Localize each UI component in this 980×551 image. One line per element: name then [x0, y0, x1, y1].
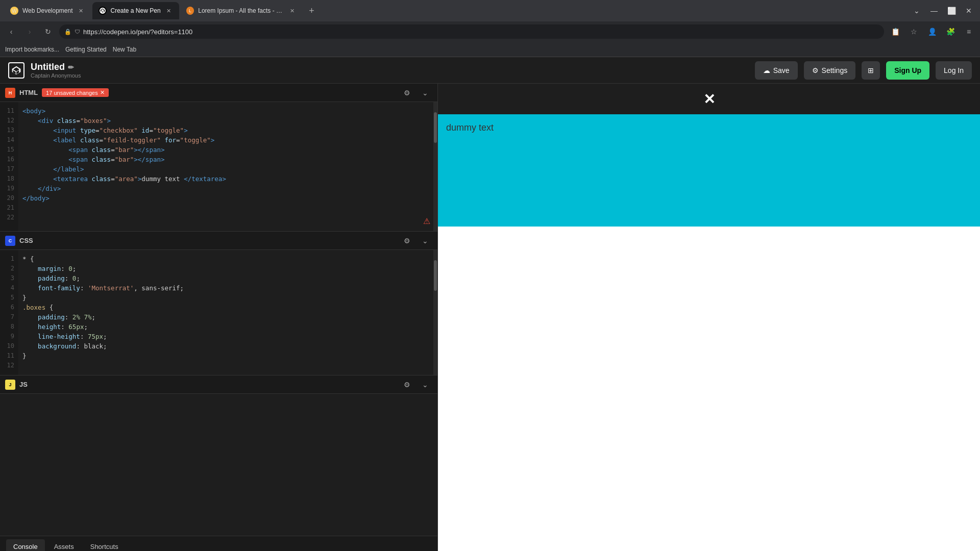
bookmark-new-tab[interactable]: New Tab [113, 46, 136, 53]
login-button[interactable]: Log In [936, 61, 972, 80]
css-editor-body[interactable]: 12345 678910 1112 * { margin: 0; padding… [0, 250, 437, 375]
cp-bottom-bar: Console Assets Shortcuts [0, 536, 437, 551]
tab-bar: W Web Development ✕ Create a New Pen ✕ L… [0, 0, 980, 21]
preview-dummy-text: dummy text [446, 122, 494, 133]
cp-logo[interactable] [8, 62, 24, 79]
cp-preview: ✕ dummy text [438, 84, 980, 551]
settings-button[interactable]: ⚙ Settings [804, 61, 856, 80]
js-editor-body[interactable] [0, 394, 437, 536]
cp-title-area: Untitled ✏ Captain Anonymous [31, 62, 81, 79]
tab1-close[interactable]: ✕ [77, 7, 85, 15]
url-text: https://codepen.io/pen/?editors=1100 [83, 28, 192, 36]
tab3-favicon: L [186, 7, 194, 15]
shield-icon: 🛡 [75, 29, 80, 35]
unsaved-changes-badge[interactable]: 17 unsaved changes ✕ [42, 88, 109, 97]
html-lang-icon: H [5, 88, 15, 98]
css-scrollbar-thumb[interactable] [434, 260, 437, 291]
preview-white-section [438, 227, 980, 551]
html-collapse-btn[interactable]: ⌄ [418, 86, 432, 100]
js-collapse-btn[interactable]: ⌄ [418, 378, 432, 392]
shortcuts-tab[interactable]: Shortcuts [83, 539, 126, 552]
tab-create-new-pen[interactable]: Create a New Pen ✕ [92, 2, 179, 19]
refresh-btn[interactable]: ↻ [41, 24, 55, 39]
js-lang-icon: J [5, 380, 15, 390]
html-scrollbar[interactable] [433, 102, 437, 231]
tab-lorem-ipsum[interactable]: L Lorem Ipsum - All the facts - Li... ✕ [180, 2, 303, 19]
js-lang-label: JS [19, 381, 28, 388]
lock-icon: 🔒 [64, 29, 71, 35]
save-icon: ☁ [763, 66, 770, 74]
profile-btn[interactable]: 👤 [925, 24, 939, 39]
tab2-favicon [99, 7, 107, 15]
nav-bar: ‹ › ↻ 🔒 🛡 https://codepen.io/pen/?editor… [0, 21, 980, 42]
cp-title-row: Untitled ✏ [31, 62, 81, 72]
new-tab-button[interactable]: + [304, 3, 320, 19]
preview-close-bar: ✕ [438, 84, 980, 114]
tab3-close[interactable]: ✕ [288, 7, 297, 15]
html-code[interactable]: <body> <div class="boxes"> <input type="… [18, 102, 433, 231]
layout-icon: ⊞ [868, 66, 874, 74]
css-editor-panel: C CSS ⚙ ⌄ 12345 678910 1112 * { margin: … [0, 232, 437, 375]
back-btn[interactable]: ‹ [4, 24, 18, 39]
badge-close-icon[interactable]: ✕ [100, 89, 105, 96]
save-button[interactable]: ☁ Save [755, 61, 798, 80]
css-collapse-btn[interactable]: ⌄ [418, 234, 432, 248]
tab2-close[interactable]: ✕ [165, 7, 173, 15]
css-editor-header: C CSS ⚙ ⌄ [0, 232, 437, 250]
tab2-label: Create a New Pen [111, 7, 161, 14]
bookmarks-bar: Import bookmarks... Getting Started New … [0, 42, 980, 57]
reading-list-btn[interactable]: 📋 [888, 24, 902, 39]
preview-content: dummy text [438, 114, 980, 551]
css-lang-icon: C [5, 236, 15, 246]
html-editor-header: H HTML 17 unsaved changes ✕ ⚙ ⌄ [0, 84, 437, 102]
cp-editors: H HTML 17 unsaved changes ✕ ⚙ ⌄ 11121314… [0, 84, 438, 551]
window-controls: ⌄ — ⬜ ✕ [910, 4, 976, 18]
preview-close-icon[interactable]: ✕ [703, 91, 715, 108]
signup-button[interactable]: Sign Up [886, 61, 929, 80]
settings-icon: ⚙ [812, 66, 819, 74]
star-btn[interactable]: ☆ [906, 24, 921, 39]
close-btn[interactable]: ✕ [962, 4, 976, 18]
js-editor-header: J JS ⚙ ⌄ [0, 375, 437, 394]
js-code[interactable] [0, 394, 437, 536]
assets-tab[interactable]: Assets [47, 539, 81, 552]
signup-label: Sign Up [894, 66, 921, 74]
maximize-btn[interactable]: ⬜ [944, 4, 959, 18]
html-editor-body[interactable]: 1112131415 1617181920 2122 <body> <div c… [0, 102, 437, 231]
extensions-btn[interactable]: 🧩 [943, 24, 958, 39]
html-error-icon: ⚠ [423, 216, 430, 226]
css-line-numbers: 12345 678910 1112 [0, 250, 18, 375]
badge-text: 17 unsaved changes [46, 90, 98, 96]
tab-overflow-btn[interactable]: ⌄ [910, 4, 924, 18]
console-tab[interactable]: Console [6, 539, 45, 552]
tab1-favicon: W [10, 7, 18, 15]
menu-btn[interactable]: ≡ [962, 24, 976, 39]
html-scrollbar-thumb[interactable] [434, 112, 437, 143]
js-settings-btn[interactable]: ⚙ [400, 378, 414, 392]
edit-title-icon[interactable]: ✏ [68, 63, 74, 71]
css-lang-label: CSS [19, 237, 33, 244]
settings-label: Settings [822, 66, 848, 74]
login-label: Log In [944, 66, 964, 74]
bookmark-import[interactable]: Import bookmarks... [5, 46, 59, 53]
cp-pen-title: Untitled [31, 62, 65, 72]
html-settings-btn[interactable]: ⚙ [400, 86, 414, 100]
browser-chrome: W Web Development ✕ Create a New Pen ✕ L… [0, 0, 980, 57]
html-lang-label: HTML [19, 89, 38, 96]
cp-main: H HTML 17 unsaved changes ✕ ⚙ ⌄ 11121314… [0, 84, 980, 551]
url-bar[interactable]: 🔒 🛡 https://codepen.io/pen/?editors=1100 [59, 24, 884, 39]
bookmark-getting-started[interactable]: Getting Started [65, 46, 107, 53]
html-line-numbers: 1112131415 1617181920 2122 [0, 102, 18, 231]
js-editor-panel: J JS ⚙ ⌄ [0, 375, 437, 536]
css-scrollbar[interactable] [433, 250, 437, 375]
tab1-label: Web Development [22, 7, 73, 14]
forward-btn[interactable]: › [22, 24, 37, 39]
tab-web-development[interactable]: W Web Development ✕ [4, 2, 91, 19]
cp-header: Untitled ✏ Captain Anonymous ☁ Save ⚙ Se… [0, 57, 980, 84]
minimize-btn[interactable]: — [927, 4, 941, 18]
css-code[interactable]: * { margin: 0; padding: 0; font-family: … [18, 250, 433, 375]
html-editor-panel: H HTML 17 unsaved changes ✕ ⚙ ⌄ 11121314… [0, 84, 437, 232]
css-settings-btn[interactable]: ⚙ [400, 234, 414, 248]
save-label: Save [773, 66, 790, 74]
layout-button[interactable]: ⊞ [862, 61, 880, 80]
